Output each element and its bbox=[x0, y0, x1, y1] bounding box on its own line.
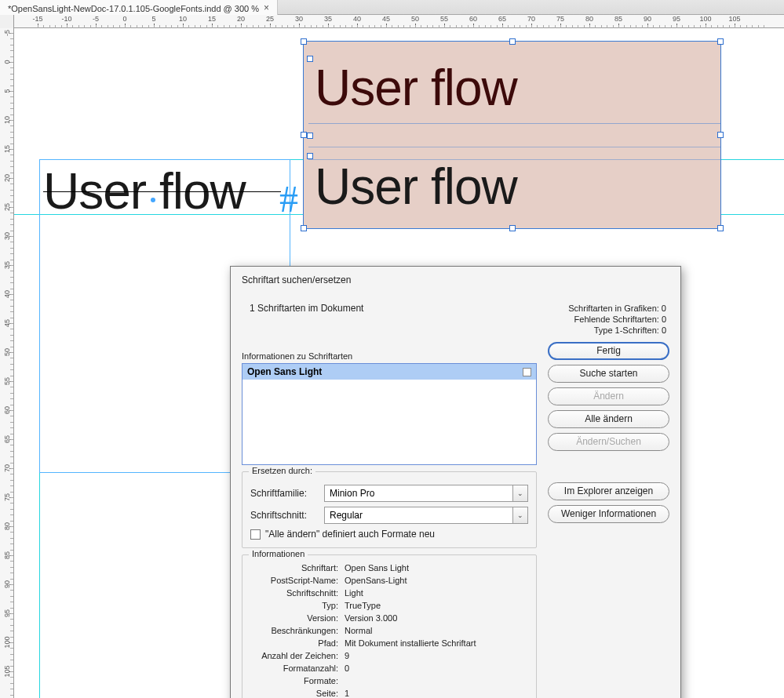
dialog-header-stats: 1 Schriftarten im Dokument Schriftarten … bbox=[242, 292, 669, 342]
type1-fonts-stat: Type 1-Schriften: 0 bbox=[568, 325, 666, 336]
font-list-legend: Informationen zu Schriftarten bbox=[242, 351, 537, 363]
chevron-down-icon[interactable]: ⌄ bbox=[512, 485, 528, 502]
document-canvas[interactable]: User flow # ⚭ User flow User flow Schrif… bbox=[14, 28, 784, 698]
resize-handle[interactable] bbox=[509, 225, 516, 231]
less-info-button[interactable]: Weniger Informationen bbox=[548, 505, 669, 523]
info-value bbox=[345, 676, 528, 685]
content-handle[interactable] bbox=[307, 56, 313, 62]
resize-handle[interactable] bbox=[717, 225, 724, 231]
info-value: Light bbox=[345, 588, 528, 598]
change-find-button: Ändern/Suchen bbox=[548, 433, 669, 451]
info-key: Anzahl der Zeichen: bbox=[250, 651, 338, 660]
resize-handle[interactable] bbox=[717, 132, 724, 138]
font-style-select[interactable]: ⌄ bbox=[324, 507, 528, 524]
font-family-input[interactable] bbox=[324, 485, 512, 502]
done-button[interactable]: Fertig bbox=[548, 342, 669, 360]
document-tab-title: *OpenSansLight-NewDoc-17.0.1.105-GoogleF… bbox=[8, 4, 259, 13]
content-handle[interactable] bbox=[307, 153, 313, 159]
change-all-button[interactable]: Alle ändern bbox=[548, 410, 669, 428]
info-key: Version: bbox=[250, 613, 338, 623]
text-content: User flow bbox=[315, 158, 517, 216]
info-value: TrueType bbox=[345, 601, 528, 610]
info-key: Beschränkungen: bbox=[250, 626, 338, 635]
content-handle[interactable] bbox=[307, 133, 313, 139]
horizontal-ruler[interactable]: -15-10-505101520253035404550556065707580… bbox=[0, 15, 784, 28]
strikethrough-line bbox=[43, 191, 281, 192]
fonts-in-document-count: 1 Schriftarten im Dokument bbox=[250, 303, 363, 314]
find-first-button[interactable]: Suche starten bbox=[548, 365, 669, 383]
document-tab[interactable]: *OpenSansLight-NewDoc-17.0.1.105-GoogleF… bbox=[0, 0, 278, 15]
find-replace-font-dialog: Schriftart suchen/ersetzen 1 Schriftarte… bbox=[230, 266, 681, 698]
change-button: Ändern bbox=[548, 387, 669, 405]
baseline-indicator bbox=[308, 147, 720, 147]
info-key: Formatanzahl: bbox=[250, 663, 338, 673]
resize-handle[interactable] bbox=[301, 38, 307, 45]
end-of-story-icon: # bbox=[279, 177, 298, 220]
info-value: Normal bbox=[345, 626, 528, 635]
chevron-down-icon[interactable]: ⌄ bbox=[512, 507, 528, 524]
resize-handle[interactable] bbox=[509, 38, 516, 45]
fonts-in-graphics-stat: Schriftarten in Grafiken: 0 bbox=[568, 303, 666, 314]
font-info-legend: Informationen bbox=[249, 549, 308, 558]
info-value: Version 3.000 bbox=[345, 613, 528, 623]
font-family-select[interactable]: ⌄ bbox=[324, 485, 528, 502]
info-key: Schriftschnitt: bbox=[250, 588, 338, 598]
font-list[interactable]: Open Sans Light bbox=[242, 363, 537, 465]
info-value: Open Sans Light bbox=[345, 563, 528, 573]
font-list-item[interactable]: Open Sans Light bbox=[242, 364, 536, 380]
info-value: 0 bbox=[345, 663, 528, 673]
redefine-styles-checkbox[interactable] bbox=[250, 529, 261, 540]
resize-handle[interactable] bbox=[717, 38, 724, 45]
font-info-group: Informationen Schriftart:Open Sans Light… bbox=[242, 554, 537, 698]
info-key: Pfad: bbox=[250, 638, 338, 648]
baseline-indicator bbox=[308, 123, 720, 124]
info-key: Schriftart: bbox=[250, 563, 338, 573]
ruler-origin[interactable] bbox=[0, 15, 14, 28]
redefine-styles-label: "Alle ändern" definiert auch Formate neu bbox=[265, 529, 435, 540]
font-family-label: Schriftfamilie: bbox=[250, 488, 318, 499]
dialog-title: Schriftart suchen/ersetzen bbox=[231, 267, 680, 287]
replace-with-legend: Ersetzen durch: bbox=[249, 466, 315, 475]
info-value: OpenSans-Light bbox=[345, 576, 528, 585]
info-key: PostScript-Name: bbox=[250, 576, 338, 585]
info-key: Seite: bbox=[250, 689, 338, 698]
space-marker-icon bbox=[151, 198, 155, 202]
font-style-input[interactable] bbox=[324, 507, 512, 524]
replace-with-group: Ersetzen durch: Schriftfamilie: ⌄ Schrif… bbox=[242, 471, 537, 548]
info-value: Mit Dokument installierte Schriftart bbox=[345, 638, 528, 648]
document-tab-bar: *OpenSansLight-NewDoc-17.0.1.105-GoogleF… bbox=[0, 0, 784, 15]
info-value: 1 bbox=[345, 689, 528, 698]
vertical-ruler[interactable]: -505101520253035404550556065707580859095… bbox=[0, 28, 14, 698]
text-content: User flow bbox=[315, 59, 517, 117]
selected-frame[interactable]: ⚭ User flow User flow bbox=[303, 41, 721, 229]
info-key: Formate: bbox=[250, 676, 338, 685]
info-key: Typ: bbox=[250, 601, 338, 610]
font-list-item-name: Open Sans Light bbox=[247, 366, 322, 377]
sync-checkbox[interactable] bbox=[523, 368, 531, 376]
info-value: 9 bbox=[345, 651, 528, 660]
close-icon[interactable]: × bbox=[264, 5, 271, 12]
reveal-in-explorer-button[interactable]: Im Explorer anzeigen bbox=[548, 482, 669, 500]
resize-handle[interactable] bbox=[301, 225, 307, 231]
missing-fonts-stat: Fehlende Schriftarten: 0 bbox=[568, 314, 666, 325]
resize-handle[interactable] bbox=[301, 132, 307, 138]
font-style-label: Schriftschnitt: bbox=[250, 510, 318, 521]
